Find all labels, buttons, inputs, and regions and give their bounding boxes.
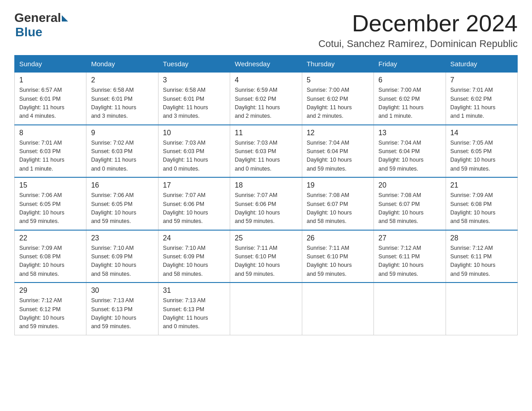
calendar-cell: 9Sunrise: 7:02 AMSunset: 6:03 PMDaylight… xyxy=(86,125,158,178)
day-info: Sunrise: 6:57 AMSunset: 6:01 PMDaylight:… xyxy=(19,86,82,121)
calendar-week-row: 1Sunrise: 6:57 AMSunset: 6:01 PMDaylight… xyxy=(15,73,518,125)
calendar-cell: 23Sunrise: 7:10 AMSunset: 6:09 PMDayligh… xyxy=(86,230,158,283)
calendar-cell: 10Sunrise: 7:03 AMSunset: 6:03 PMDayligh… xyxy=(158,125,230,178)
day-info: Sunrise: 7:11 AMSunset: 6:10 PMDaylight:… xyxy=(235,244,297,279)
day-number: 29 xyxy=(19,287,82,295)
calendar-cell: 20Sunrise: 7:08 AMSunset: 6:07 PMDayligh… xyxy=(374,177,446,230)
calendar-cell: 26Sunrise: 7:11 AMSunset: 6:10 PMDayligh… xyxy=(302,230,373,283)
calendar-week-row: 29Sunrise: 7:12 AMSunset: 6:12 PMDayligh… xyxy=(15,283,518,335)
day-number: 24 xyxy=(163,234,225,242)
day-info: Sunrise: 7:13 AMSunset: 6:13 PMDaylight:… xyxy=(163,296,225,331)
calendar-cell: 15Sunrise: 7:06 AMSunset: 6:05 PMDayligh… xyxy=(15,177,86,230)
day-number: 9 xyxy=(91,129,153,137)
day-number: 14 xyxy=(450,129,513,137)
day-info: Sunrise: 7:06 AMSunset: 6:05 PMDaylight:… xyxy=(19,191,82,226)
day-number: 5 xyxy=(307,76,369,84)
day-info: Sunrise: 7:02 AMSunset: 6:03 PMDaylight:… xyxy=(91,139,153,174)
day-number: 28 xyxy=(450,234,513,242)
calendar-week-row: 8Sunrise: 7:01 AMSunset: 6:03 PMDaylight… xyxy=(15,125,518,178)
calendar-cell: 12Sunrise: 7:04 AMSunset: 6:04 PMDayligh… xyxy=(302,125,373,178)
calendar-cell: 29Sunrise: 7:12 AMSunset: 6:12 PMDayligh… xyxy=(15,283,86,335)
day-info: Sunrise: 7:08 AMSunset: 6:07 PMDaylight:… xyxy=(378,191,441,226)
calendar-cell: 19Sunrise: 7:08 AMSunset: 6:07 PMDayligh… xyxy=(302,177,373,230)
day-number: 25 xyxy=(235,234,297,242)
calendar-cell xyxy=(230,283,302,335)
calendar-cell: 6Sunrise: 7:00 AMSunset: 6:02 PMDaylight… xyxy=(374,73,446,125)
day-number: 3 xyxy=(163,76,225,84)
title-area: December 2024 Cotui, Sanchez Ramirez, Do… xyxy=(318,11,518,50)
header-monday: Monday xyxy=(86,56,158,73)
day-info: Sunrise: 7:03 AMSunset: 6:03 PMDaylight:… xyxy=(235,139,297,174)
day-number: 26 xyxy=(307,234,369,242)
logo-blue-text: Blue xyxy=(15,25,43,39)
header-sunday: Sunday xyxy=(15,56,86,73)
day-number: 22 xyxy=(19,234,82,242)
calendar-week-row: 22Sunrise: 7:09 AMSunset: 6:08 PMDayligh… xyxy=(15,230,518,283)
day-info: Sunrise: 7:10 AMSunset: 6:09 PMDaylight:… xyxy=(163,244,225,279)
calendar-cell: 5Sunrise: 7:00 AMSunset: 6:02 PMDaylight… xyxy=(302,73,373,125)
day-info: Sunrise: 7:00 AMSunset: 6:02 PMDaylight:… xyxy=(307,86,369,121)
day-info: Sunrise: 7:09 AMSunset: 6:08 PMDaylight:… xyxy=(450,191,513,226)
calendar-cell: 24Sunrise: 7:10 AMSunset: 6:09 PMDayligh… xyxy=(158,230,230,283)
day-number: 4 xyxy=(235,76,297,84)
day-number: 11 xyxy=(235,129,297,137)
day-number: 8 xyxy=(19,129,82,137)
calendar-cell: 4Sunrise: 6:59 AMSunset: 6:02 PMDaylight… xyxy=(230,73,302,125)
calendar-cell: 7Sunrise: 7:01 AMSunset: 6:02 PMDaylight… xyxy=(446,73,517,125)
location-title: Cotui, Sanchez Ramirez, Dominican Republ… xyxy=(318,38,518,50)
day-info: Sunrise: 7:11 AMSunset: 6:10 PMDaylight:… xyxy=(307,244,369,279)
day-info: Sunrise: 7:01 AMSunset: 6:03 PMDaylight:… xyxy=(19,139,82,174)
header-friday: Friday xyxy=(374,56,446,73)
logo: General Blue xyxy=(14,11,68,39)
day-info: Sunrise: 7:10 AMSunset: 6:09 PMDaylight:… xyxy=(91,244,153,279)
calendar-cell: 8Sunrise: 7:01 AMSunset: 6:03 PMDaylight… xyxy=(15,125,86,178)
calendar-cell: 1Sunrise: 6:57 AMSunset: 6:01 PMDaylight… xyxy=(15,73,86,125)
calendar-cell: 18Sunrise: 7:07 AMSunset: 6:06 PMDayligh… xyxy=(230,177,302,230)
day-number: 7 xyxy=(450,76,513,84)
day-number: 16 xyxy=(91,181,153,189)
day-number: 13 xyxy=(378,129,441,137)
header-saturday: Saturday xyxy=(446,56,517,73)
header-thursday: Thursday xyxy=(302,56,373,73)
day-number: 30 xyxy=(91,287,153,295)
header-tuesday: Tuesday xyxy=(158,56,230,73)
calendar-cell: 27Sunrise: 7:12 AMSunset: 6:11 PMDayligh… xyxy=(374,230,446,283)
day-number: 17 xyxy=(163,181,225,189)
day-info: Sunrise: 7:13 AMSunset: 6:13 PMDaylight:… xyxy=(91,296,153,331)
calendar-cell: 11Sunrise: 7:03 AMSunset: 6:03 PMDayligh… xyxy=(230,125,302,178)
calendar-cell: 17Sunrise: 7:07 AMSunset: 6:06 PMDayligh… xyxy=(158,177,230,230)
day-number: 18 xyxy=(235,181,297,189)
calendar-table: SundayMondayTuesdayWednesdayThursdayFrid… xyxy=(14,55,518,335)
month-title: December 2024 xyxy=(318,11,518,36)
day-info: Sunrise: 6:59 AMSunset: 6:02 PMDaylight:… xyxy=(235,86,297,121)
calendar-cell: 13Sunrise: 7:04 AMSunset: 6:04 PMDayligh… xyxy=(374,125,446,178)
day-info: Sunrise: 7:09 AMSunset: 6:08 PMDaylight:… xyxy=(19,244,82,279)
calendar-cell xyxy=(374,283,446,335)
day-number: 2 xyxy=(91,76,153,84)
calendar-cell: 30Sunrise: 7:13 AMSunset: 6:13 PMDayligh… xyxy=(86,283,158,335)
page-header: General Blue December 2024 Cotui, Sanche… xyxy=(14,11,518,50)
calendar-cell: 3Sunrise: 6:58 AMSunset: 6:01 PMDaylight… xyxy=(158,73,230,125)
day-info: Sunrise: 7:06 AMSunset: 6:05 PMDaylight:… xyxy=(91,191,153,226)
day-info: Sunrise: 7:01 AMSunset: 6:02 PMDaylight:… xyxy=(450,86,513,121)
calendar-cell: 21Sunrise: 7:09 AMSunset: 6:08 PMDayligh… xyxy=(446,177,517,230)
day-number: 10 xyxy=(163,129,225,137)
day-info: Sunrise: 7:04 AMSunset: 6:04 PMDaylight:… xyxy=(378,139,441,174)
day-number: 21 xyxy=(450,181,513,189)
day-info: Sunrise: 6:58 AMSunset: 6:01 PMDaylight:… xyxy=(91,86,153,121)
calendar-cell xyxy=(446,283,517,335)
day-info: Sunrise: 6:58 AMSunset: 6:01 PMDaylight:… xyxy=(163,86,225,121)
day-number: 6 xyxy=(378,76,441,84)
day-number: 27 xyxy=(378,234,441,242)
day-info: Sunrise: 7:03 AMSunset: 6:03 PMDaylight:… xyxy=(163,139,225,174)
day-info: Sunrise: 7:08 AMSunset: 6:07 PMDaylight:… xyxy=(307,191,369,226)
logo-general-text: General xyxy=(14,11,61,25)
calendar-header-row: SundayMondayTuesdayWednesdayThursdayFrid… xyxy=(15,56,518,73)
day-info: Sunrise: 7:04 AMSunset: 6:04 PMDaylight:… xyxy=(307,139,369,174)
calendar-cell: 25Sunrise: 7:11 AMSunset: 6:10 PMDayligh… xyxy=(230,230,302,283)
day-info: Sunrise: 7:00 AMSunset: 6:02 PMDaylight:… xyxy=(378,86,441,121)
day-info: Sunrise: 7:07 AMSunset: 6:06 PMDaylight:… xyxy=(235,191,297,226)
day-number: 1 xyxy=(19,76,82,84)
day-info: Sunrise: 7:12 AMSunset: 6:11 PMDaylight:… xyxy=(450,244,513,279)
day-number: 23 xyxy=(91,234,153,242)
